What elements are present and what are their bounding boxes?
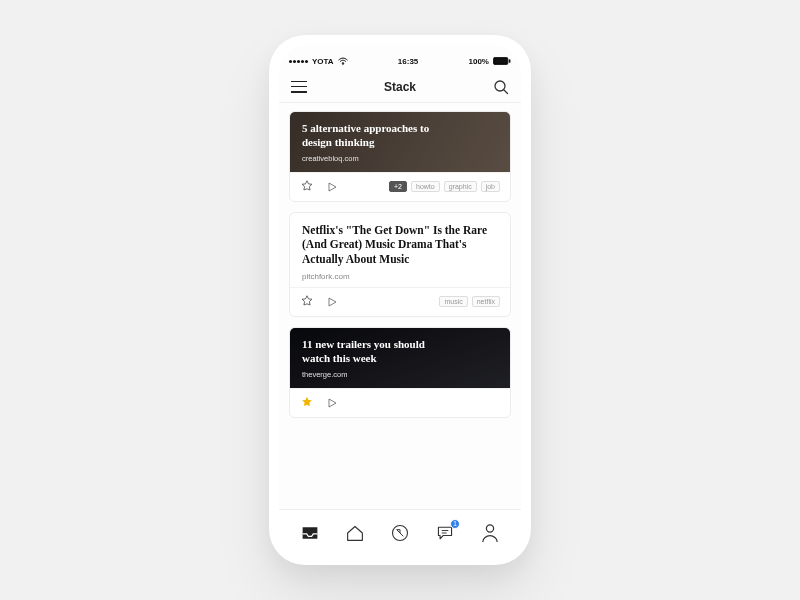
feed[interactable]: 5 alternative approaches to design think… <box>279 103 521 509</box>
menu-button[interactable] <box>291 81 307 93</box>
wifi-icon <box>338 57 348 65</box>
home-icon <box>345 524 365 542</box>
card-title: 5 alternative approaches to design think… <box>302 122 452 150</box>
status-bar: YOTA 16:35 100% <box>279 51 521 71</box>
battery-icon <box>493 57 511 65</box>
svg-point-8 <box>487 524 494 531</box>
star-outline-icon <box>300 179 314 193</box>
card-tags: music netflix <box>439 296 500 307</box>
nav-comments[interactable]: 1 <box>433 521 457 545</box>
comments-badge: 1 <box>450 519 460 529</box>
bottom-nav: 1 <box>279 509 521 555</box>
status-left: YOTA <box>289 57 348 66</box>
card-hero: 11 new trailers you should watch this we… <box>290 328 510 388</box>
card-title: 11 new trailers you should watch this we… <box>302 338 452 366</box>
card-source: theverge.com <box>302 370 498 379</box>
signal-dots-icon <box>289 60 308 63</box>
card-actions <box>290 388 510 417</box>
play-icon <box>326 397 338 409</box>
extra-tags-count[interactable]: +2 <box>389 181 407 192</box>
card-actions: +2 howto graphic job <box>290 172 510 201</box>
phone-screen: YOTA 16:35 100% Stack <box>279 45 521 555</box>
svg-rect-1 <box>494 58 506 63</box>
search-icon <box>493 79 509 95</box>
star-outline-icon <box>300 294 314 308</box>
svg-line-4 <box>504 90 508 94</box>
card-actions: music netflix <box>290 287 510 316</box>
svg-rect-2 <box>509 59 511 63</box>
star-button[interactable] <box>300 179 314 193</box>
tag[interactable]: job <box>481 181 500 192</box>
status-right: 100% <box>469 57 511 66</box>
tag[interactable]: howto <box>411 181 440 192</box>
phone-mockup: YOTA 16:35 100% Stack <box>269 35 531 565</box>
play-button[interactable] <box>326 179 340 193</box>
star-button[interactable] <box>300 294 314 308</box>
card-source: pitchfork.com <box>302 272 498 281</box>
card-title: Netflix's "The Get Down" Is the Rare (An… <box>302 223 498 266</box>
tag[interactable]: graphic <box>444 181 477 192</box>
search-button[interactable] <box>493 79 509 95</box>
article-card[interactable]: Netflix's "The Get Down" Is the Rare (An… <box>289 212 511 317</box>
tag[interactable]: music <box>439 296 467 307</box>
inbox-icon <box>300 524 320 542</box>
profile-icon <box>481 523 499 543</box>
play-button[interactable] <box>326 395 340 409</box>
play-icon <box>326 181 338 193</box>
card-tags: +2 howto graphic job <box>389 181 500 192</box>
battery-pct: 100% <box>469 57 489 66</box>
tag-icon <box>390 523 410 543</box>
carrier-label: YOTA <box>312 57 334 66</box>
star-button[interactable] <box>300 395 314 409</box>
card-hero: 5 alternative approaches to design think… <box>290 112 510 172</box>
nav-home[interactable] <box>343 521 367 545</box>
status-time: 16:35 <box>398 57 418 66</box>
tag[interactable]: netflix <box>472 296 500 307</box>
star-filled-icon <box>300 395 314 409</box>
app-title: Stack <box>384 80 416 94</box>
article-card[interactable]: 5 alternative approaches to design think… <box>289 111 511 202</box>
article-card[interactable]: 11 new trailers you should watch this we… <box>289 327 511 418</box>
app-header: Stack <box>279 71 521 103</box>
nav-profile[interactable] <box>478 521 502 545</box>
card-body: Netflix's "The Get Down" Is the Rare (An… <box>290 213 510 287</box>
nav-inbox[interactable] <box>298 521 322 545</box>
play-button[interactable] <box>326 294 340 308</box>
svg-point-3 <box>495 81 505 91</box>
nav-tags[interactable] <box>388 521 412 545</box>
play-icon <box>326 296 338 308</box>
card-source: creativebloq.com <box>302 154 498 163</box>
